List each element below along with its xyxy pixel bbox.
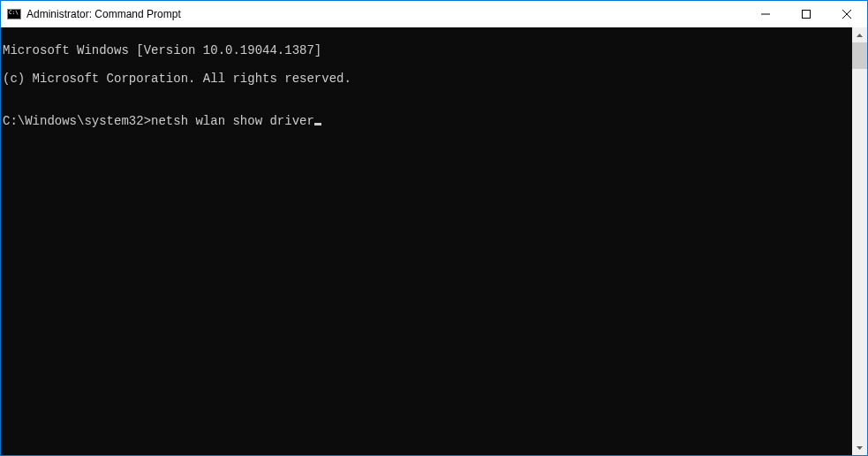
close-button[interactable] — [826, 1, 867, 27]
scroll-up-button[interactable] — [852, 27, 867, 42]
svg-text:C:\: C:\ — [9, 9, 19, 15]
vertical-scrollbar[interactable] — [852, 27, 867, 455]
maximize-button[interactable] — [786, 1, 826, 27]
svg-rect-3 — [803, 11, 811, 19]
minimize-button[interactable] — [745, 1, 786, 27]
window-controls — [745, 1, 867, 27]
window-title: Administrator: Command Prompt — [26, 8, 181, 20]
scroll-down-button[interactable] — [852, 440, 867, 455]
terminal[interactable]: Microsoft Windows [Version 10.0.19044.13… — [1, 27, 852, 455]
scroll-thumb[interactable] — [852, 42, 867, 69]
svg-marker-7 — [857, 446, 863, 450]
window-frame: C:\ Administrator: Command Prompt Micros… — [0, 0, 868, 456]
titlebar[interactable]: C:\ Administrator: Command Prompt — [1, 1, 867, 27]
prompt: C:\Windows\system32> — [3, 114, 151, 128]
output-line: (c) Microsoft Corporation. All rights re… — [3, 72, 852, 86]
titlebar-left: C:\ Administrator: Command Prompt — [1, 7, 745, 21]
output-line: Microsoft Windows [Version 10.0.19044.13… — [3, 43, 852, 57]
command-input[interactable]: netsh wlan show driver — [151, 114, 314, 128]
scroll-track[interactable] — [852, 42, 867, 440]
svg-marker-6 — [857, 34, 863, 37]
client-area: Microsoft Windows [Version 10.0.19044.13… — [1, 27, 867, 455]
text-cursor — [314, 123, 321, 125]
cmd-icon: C:\ — [7, 7, 21, 21]
